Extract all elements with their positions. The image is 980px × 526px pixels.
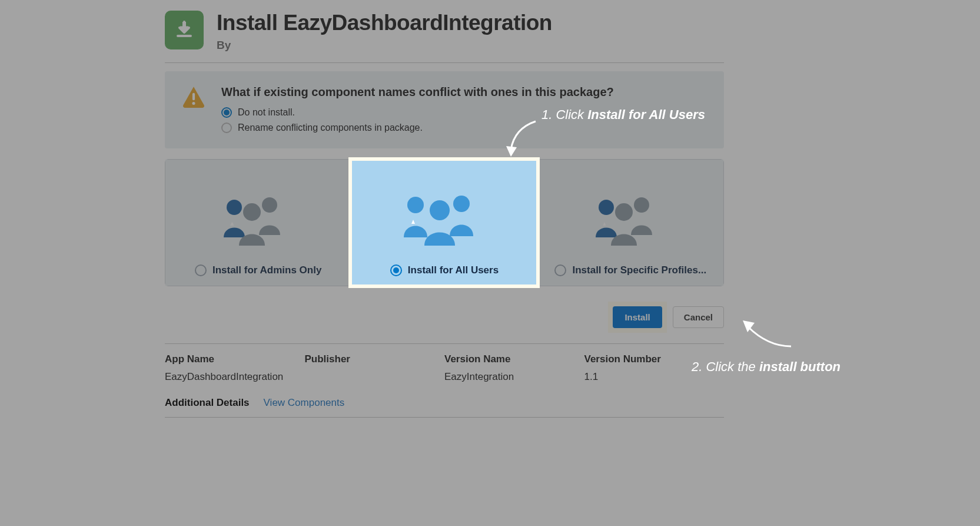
additional-details-label: Additional Details (165, 397, 250, 409)
detail-value: EazyDashboardIntegration (165, 371, 305, 383)
download-icon (165, 11, 204, 49)
divider (165, 343, 724, 344)
conflict-opt-label: Rename conflicting components in package… (238, 123, 423, 133)
card-admins-only[interactable]: Install for Admins Only (165, 160, 351, 286)
cancel-button[interactable]: Cancel (673, 306, 724, 328)
arrow-icon (738, 315, 797, 356)
detail-label: Version Name (444, 353, 584, 365)
warning-icon (181, 84, 206, 109)
detail-label: Publisher (305, 353, 445, 365)
divider (165, 417, 724, 418)
svg-point-9 (407, 197, 424, 213)
radio-icon (221, 123, 232, 133)
card-label: Install for Specific Profiles... (572, 264, 706, 276)
detail-label: Version Number (584, 353, 725, 365)
install-target-cards: Install for Admins Only (165, 159, 724, 286)
card-all-users[interactable]: Install for All Users (351, 160, 537, 286)
details-grid: App Name EazyDashboardIntegration Publis… (165, 353, 724, 383)
conflict-opt-label: Do not install. (238, 107, 295, 118)
svg-rect-2 (192, 93, 195, 101)
conflict-opt-do-not-install[interactable]: Do not install. (221, 105, 707, 120)
svg-point-12 (430, 200, 450, 220)
svg-point-4 (227, 200, 242, 215)
svg-marker-14 (603, 222, 606, 226)
conflict-panel: What if existing component names conflic… (165, 71, 724, 148)
svg-point-8 (243, 203, 261, 221)
card-label: Install for All Users (408, 264, 499, 276)
radio-icon (554, 264, 566, 276)
conflict-opt-rename[interactable]: Rename conflicting components in package… (221, 120, 707, 135)
people-icon (394, 191, 494, 248)
detail-label: App Name (165, 353, 305, 365)
publisher-byline: By (217, 39, 552, 52)
divider (165, 62, 724, 63)
page-title: Install EazyDashboardIntegration (217, 11, 552, 35)
svg-point-15 (634, 197, 649, 213)
conflict-question: What if existing component names conflic… (221, 85, 707, 99)
people-icon (586, 194, 675, 248)
detail-value: 1.1 (584, 371, 725, 383)
radio-icon (221, 107, 232, 118)
svg-point-11 (453, 196, 470, 212)
card-label: Install for Admins Only (212, 264, 321, 276)
detail-value: EazyIntegration (444, 371, 584, 383)
svg-point-16 (615, 203, 633, 221)
view-components-link[interactable]: View Components (264, 397, 345, 409)
svg-rect-1 (182, 22, 186, 29)
svg-point-3 (192, 102, 195, 105)
svg-marker-18 (743, 320, 755, 332)
svg-point-7 (262, 197, 277, 213)
radio-icon (195, 264, 207, 276)
radio-icon (390, 264, 402, 276)
svg-point-13 (599, 200, 614, 215)
svg-marker-10 (411, 220, 415, 224)
card-specific-profiles[interactable]: Install for Specific Profiles... (537, 160, 723, 286)
install-button[interactable]: Install (613, 306, 662, 328)
people-icon (214, 194, 303, 248)
